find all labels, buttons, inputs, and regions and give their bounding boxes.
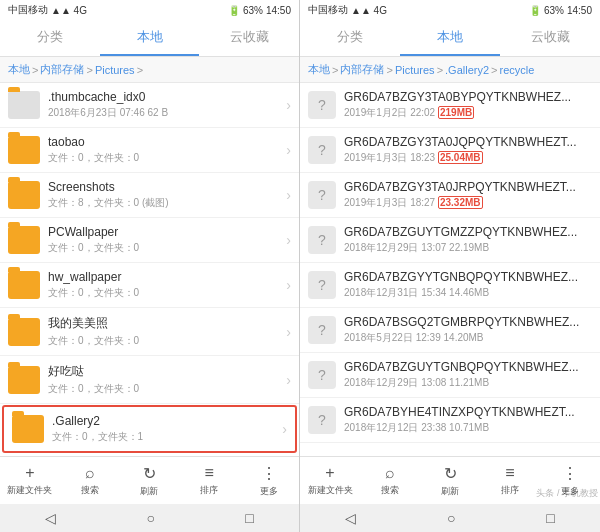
left-bc-storage[interactable]: 内部存储 xyxy=(40,62,84,77)
right-tab-local[interactable]: 本地 xyxy=(400,20,500,56)
right-tab-category[interactable]: 分类 xyxy=(300,20,400,56)
left-file-list: .thumbcache_idx0 2018年6月23日 07:46 62 B ›… xyxy=(0,83,299,456)
left-nav-home[interactable]: ○ xyxy=(147,510,155,526)
file-meta-gallery2: 文件：0，文件夹：1 xyxy=(52,430,278,444)
arrow-screenshots: › xyxy=(286,187,291,203)
left-tab-category[interactable]: 分类 xyxy=(0,20,100,56)
right-file-1[interactable]: ? GR6DA7BZGY3TA0BYPQYTKNBWHEZ... 2019年1月… xyxy=(300,83,600,128)
file-meta-taobao: 文件：0，文件夹：0 xyxy=(48,151,282,165)
right-file-4[interactable]: ? GR6DA7BZGUYTGMZZPQYTKNBWHEZ... 2018年12… xyxy=(300,218,600,263)
file-meta-food: 文件：0，文件夹：0 xyxy=(48,382,282,396)
right-nav-bar: ◁ ○ □ xyxy=(300,504,600,532)
left-bc-pictures[interactable]: Pictures xyxy=(95,64,135,76)
right-phone-panel: 中国移动 ▲▲ 4G 🔋 63% 14:50 分类 本地 云收藏 本地 > 内部… xyxy=(300,0,600,532)
left-btn-more[interactable]: ⋮ 更多 xyxy=(239,464,299,498)
right-status-left: 中国移动 ▲▲ 4G xyxy=(308,3,387,17)
right-bc-sep2: > xyxy=(386,64,392,76)
left-btn-new-folder[interactable]: + 新建文件夹 xyxy=(0,464,60,497)
right-filemeta-8: 2018年12月12日 23:38 10.71MB xyxy=(344,421,592,435)
file-name-screenshots: Screenshots xyxy=(48,180,282,194)
right-file-7[interactable]: ? GR6DA7BZGUYTGNBQPQYTKNBWHEZ... 2018年12… xyxy=(300,353,600,398)
left-file-taobao[interactable]: taobao 文件：0，文件夹：0 › xyxy=(0,128,299,173)
left-btn-search[interactable]: ⌕ 搜索 xyxy=(60,464,120,497)
left-breadcrumb: 本地 > 内部存储 > Pictures > xyxy=(0,57,299,83)
left-phone-panel: 中国移动 ▲▲ 4G 🔋 63% 14:50 分类 本地 云收藏 本地 > 内部… xyxy=(0,0,300,532)
right-filename-4: GR6DA7BZGUYTGMZZPQYTKNBWHEZ... xyxy=(344,225,592,239)
right-file-2[interactable]: ? GR6DA7BZGY3TA0JQPQYTKNBWHEZT... 2019年1… xyxy=(300,128,600,173)
left-file-screenshots[interactable]: Screenshots 文件：8，文件夹：0 (截图) › xyxy=(0,173,299,218)
left-signal: ▲▲ 4G xyxy=(51,5,87,16)
right-btn-sort[interactable]: ≡ 排序 xyxy=(480,464,540,497)
right-filename-2: GR6DA7BZGY3TA0JQPQYTKNBWHEZT... xyxy=(344,135,592,149)
file-icon-2: ? xyxy=(308,136,336,164)
file-meta-thumbcache: 2018年6月23日 07:46 62 B xyxy=(48,106,282,120)
right-refresh-label: 刷新 xyxy=(441,485,459,498)
left-status-left: 中国移动 ▲▲ 4G xyxy=(8,3,87,17)
left-tab-local[interactable]: 本地 xyxy=(100,20,200,56)
right-file-list: ? GR6DA7BZGY3TA0BYPQYTKNBWHEZ... 2019年1月… xyxy=(300,83,600,456)
right-bc-recycle[interactable]: recycle xyxy=(500,64,535,76)
left-file-hwwallpaper[interactable]: hw_wallpaper 文件：0，文件夹：0 › xyxy=(0,263,299,308)
file-icon-7: ? xyxy=(308,361,336,389)
file-icon-8: ? xyxy=(308,406,336,434)
file-icon-1: ? xyxy=(308,91,336,119)
right-btn-search[interactable]: ⌕ 搜索 xyxy=(360,464,420,497)
left-bc-local[interactable]: 本地 xyxy=(8,62,30,77)
right-file-5[interactable]: ? GR6DA7BZGYYTGNBQPQYTKNBWHEZ... 2018年12… xyxy=(300,263,600,308)
right-nav-recent[interactable]: □ xyxy=(546,510,554,526)
left-bottom-bar: + 新建文件夹 ⌕ 搜索 ↻ 刷新 ≡ 排序 ⋮ 更多 xyxy=(0,456,299,504)
more-label: 更多 xyxy=(260,485,278,498)
left-btn-sort[interactable]: ≡ 排序 xyxy=(179,464,239,497)
left-file-food[interactable]: 好吃哒 文件：0，文件夹：0 › xyxy=(0,356,299,404)
arrow-taobao: › xyxy=(286,142,291,158)
right-file-6[interactable]: ? GR6DA7BSGQ2TGMBRPQYTKNBWHEZ... 2018年5月… xyxy=(300,308,600,353)
right-sort-label: 排序 xyxy=(501,484,519,497)
right-btn-new-folder[interactable]: + 新建文件夹 xyxy=(300,464,360,497)
right-btn-refresh[interactable]: ↻ 刷新 xyxy=(420,464,480,498)
right-nav-home[interactable]: ○ xyxy=(447,510,455,526)
right-bc-pictures[interactable]: Pictures xyxy=(395,64,435,76)
left-file-gallery2[interactable]: .Gallery2 文件：0，文件夹：1 › xyxy=(2,405,297,453)
right-nav-back[interactable]: ◁ xyxy=(345,510,356,526)
right-filename-6: GR6DA7BSGQ2TGMBRPQYTKNBWHEZ... xyxy=(344,315,592,329)
right-file-3[interactable]: ? GR6DA7BZGY3TA0JRPQYTKNBWHEZT... 2019年1… xyxy=(300,173,600,218)
file-name-gallery2: .Gallery2 xyxy=(52,414,278,428)
file-meta-screenshots: 文件：8，文件夹：0 (截图) xyxy=(48,196,282,210)
right-bc-local[interactable]: 本地 xyxy=(308,62,330,77)
right-file-8[interactable]: ? GR6DA7BYHE4TINZXPQYTKNBWHEZT... 2018年1… xyxy=(300,398,600,443)
right-filemeta-5: 2018年12月31日 15:34 14.46MB xyxy=(344,286,592,300)
left-nav-recent[interactable]: □ xyxy=(245,510,253,526)
right-bc-storage[interactable]: 内部存储 xyxy=(340,62,384,77)
right-tabs-bar: 分类 本地 云收藏 xyxy=(300,20,600,57)
folder-icon-food xyxy=(8,366,40,394)
left-carrier: 中国移动 xyxy=(8,3,48,17)
left-battery: 63% xyxy=(243,5,263,16)
folder-icon-screenshots xyxy=(8,181,40,209)
file-name-pcwallpaper: PCWallpaper xyxy=(48,225,282,239)
left-tabs-bar: 分类 本地 云收藏 xyxy=(0,20,299,57)
right-filemeta-1: 2019年1月2日 22:02 219MB xyxy=(344,106,592,120)
right-more-icon: ⋮ xyxy=(562,464,578,483)
right-filemeta-4: 2018年12月29日 13:07 22.19MB xyxy=(344,241,592,255)
right-bc-gallery2[interactable]: .Gallery2 xyxy=(445,64,489,76)
left-btn-refresh[interactable]: ↻ 刷新 xyxy=(120,464,180,498)
sort-label: 排序 xyxy=(200,484,218,497)
file-icon-4: ? xyxy=(308,226,336,254)
file-meta-pcwallpaper: 文件：0，文件夹：0 xyxy=(48,241,282,255)
left-file-thumbcache[interactable]: .thumbcache_idx0 2018年6月23日 07:46 62 B › xyxy=(0,83,299,128)
right-status-bar: 中国移动 ▲▲ 4G 🔋 63% 14:50 xyxy=(300,0,600,20)
left-file-photos[interactable]: 我的美美照 文件：0，文件夹：0 › xyxy=(0,308,299,356)
arrow-hwwallpaper: › xyxy=(286,277,291,293)
left-nav-back[interactable]: ◁ xyxy=(45,510,56,526)
left-bc-sep1: > xyxy=(32,64,38,76)
left-tab-cloud[interactable]: 云收藏 xyxy=(199,20,299,56)
folder-icon-gallery2 xyxy=(12,415,44,443)
arrow-gallery2: › xyxy=(282,421,287,437)
right-filename-1: GR6DA7BZGY3TA0BYPQYTKNBWHEZ... xyxy=(344,90,592,104)
left-file-pcwallpaper[interactable]: PCWallpaper 文件：0，文件夹：0 › xyxy=(0,218,299,263)
right-battery-icon: 🔋 xyxy=(529,5,541,16)
right-filemeta-6: 2018年5月22日 12:39 14.20MB xyxy=(344,331,592,345)
right-tab-cloud[interactable]: 云收藏 xyxy=(500,20,600,56)
folder-icon-taobao xyxy=(8,136,40,164)
right-filemeta-3: 2019年1月3日 18:27 23.32MB xyxy=(344,196,592,210)
